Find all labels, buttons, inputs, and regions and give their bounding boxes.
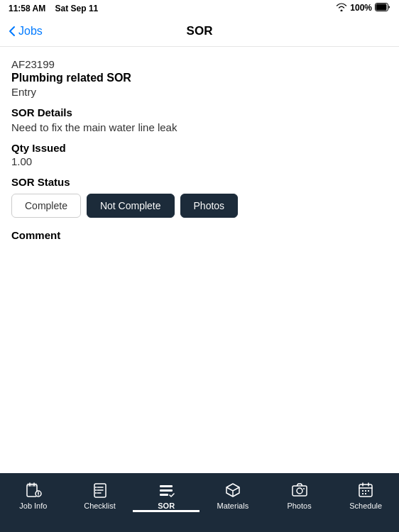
comment-label: Comment	[11, 229, 388, 241]
status-buttons: Complete Not Complete Photos	[11, 194, 388, 218]
tab-sor[interactable]: SOR	[133, 480, 200, 512]
complete-button[interactable]: Complete	[11, 194, 81, 218]
tab-materials-label: Materials	[217, 501, 249, 510]
status-time-date: 11:58 AM Sat Sep 11	[9, 1, 98, 14]
svg-point-15	[303, 488, 305, 489]
tab-schedule[interactable]: Schedule	[332, 480, 399, 510]
tab-checklist-label: Checklist	[84, 501, 116, 510]
tab-checklist[interactable]: Checklist	[67, 480, 133, 510]
svg-point-7	[95, 487, 97, 488]
checklist-icon	[92, 482, 109, 499]
not-complete-button[interactable]: Not Complete	[87, 194, 175, 218]
battery-percentage: 100%	[350, 3, 372, 13]
battery-icon	[375, 3, 390, 13]
svg-rect-20	[362, 493, 364, 494]
svg-rect-12	[160, 494, 168, 496]
status-date: Sat Sep 11	[55, 4, 99, 13]
svg-point-14	[297, 488, 302, 494]
tab-bar: Job Info Checklist SOR	[0, 473, 399, 532]
materials-icon	[224, 482, 241, 499]
status-bar: 11:58 AM Sat Sep 11 100%	[0, 0, 399, 16]
job-info-icon	[25, 482, 42, 499]
svg-rect-1	[376, 4, 387, 11]
job-number: AF23199	[11, 58, 388, 70]
svg-rect-11	[160, 489, 173, 492]
tab-materials[interactable]: Materials	[200, 480, 266, 510]
svg-rect-3	[27, 483, 37, 487]
svg-point-9	[95, 492, 97, 494]
svg-rect-10	[160, 485, 173, 487]
schedule-icon	[357, 482, 374, 499]
svg-rect-13	[293, 486, 307, 496]
back-label: Jobs	[18, 25, 43, 38]
tab-photos[interactable]: Photos	[266, 480, 333, 510]
sor-status-label: SOR Status	[11, 176, 388, 188]
svg-rect-21	[365, 493, 366, 494]
tab-photos-label: Photos	[287, 501, 311, 510]
svg-point-8	[95, 489, 97, 491]
nav-title: SOR	[187, 24, 213, 38]
svg-rect-18	[365, 490, 366, 492]
content-area: AF23199 Plumbing related SOR Entry SOR D…	[0, 47, 399, 473]
svg-rect-19	[368, 490, 369, 492]
tab-job-info-label: Job Info	[19, 501, 47, 510]
job-title: Plumbing related SOR	[11, 72, 388, 84]
tab-sor-label: SOR	[158, 501, 175, 510]
qty-issued-value: 1.00	[11, 155, 388, 167]
wifi-icon	[336, 3, 347, 13]
svg-rect-17	[362, 490, 364, 492]
qty-issued-label: Qty Issued	[11, 142, 388, 154]
job-type: Entry	[11, 86, 388, 98]
svg-point-5	[38, 495, 38, 496]
tab-schedule-label: Schedule	[349, 501, 382, 510]
photos-button[interactable]: Photos	[180, 194, 239, 218]
sor-details-value: Need to fix the main water line leak	[11, 121, 388, 133]
sor-icon	[158, 482, 175, 499]
status-indicators: 100%	[336, 3, 390, 13]
status-time: 11:58 AM	[9, 4, 45, 13]
back-button[interactable]: Jobs	[9, 25, 43, 38]
nav-bar: Jobs SOR	[0, 16, 399, 47]
photos-icon	[291, 482, 308, 499]
sor-details-label: SOR Details	[11, 106, 388, 118]
tab-job-info[interactable]: Job Info	[0, 480, 67, 510]
